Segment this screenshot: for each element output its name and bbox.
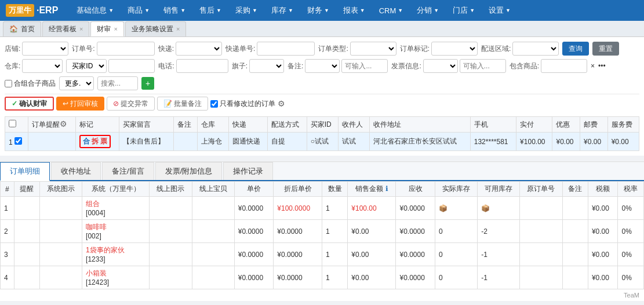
detail-col-discount-price: 折后单价	[274, 182, 322, 197]
combine-sub-products[interactable]: 合组合子商品	[5, 79, 56, 89]
nav-finance[interactable]: 财务▼	[300, 0, 336, 21]
nav-basics[interactable]: 基础信息▼	[70, 0, 121, 21]
invoice-input[interactable]	[460, 59, 506, 73]
home-icon: 🏠	[9, 25, 18, 33]
tab-finance-review[interactable]: 财审 ×	[90, 21, 123, 36]
detail-row-tax: ¥0.00	[588, 243, 618, 266]
detail-row-discount-price: ¥0.0000	[274, 266, 322, 289]
nav-purchase[interactable]: 采购▼	[228, 0, 264, 21]
product-code: [002]	[86, 232, 101, 240]
confirm-review-label: 确认财审	[19, 99, 47, 109]
product-name-link[interactable]: 咖啡啡	[86, 223, 107, 231]
tab-finance-review-label: 财审	[97, 24, 111, 34]
submit-exception-button[interactable]: ⊘ 提交异常	[107, 97, 155, 111]
flag-select[interactable]	[249, 59, 284, 73]
product-name-link[interactable]: 1袋事的家伙	[86, 246, 125, 254]
express-select[interactable]	[176, 42, 222, 56]
nav-aftersale[interactable]: 售后▼	[192, 0, 228, 21]
order-type-select[interactable]	[350, 42, 396, 56]
detail-row-sales: ¥0.00	[348, 266, 396, 289]
tab-order-detail[interactable]: 订单明细	[0, 162, 50, 181]
express-no-input[interactable]	[257, 42, 315, 56]
add-filter-button[interactable]: +	[141, 77, 154, 90]
query-button[interactable]: 查询	[562, 42, 589, 56]
filter-order-mark: 订单标记:	[400, 42, 478, 56]
product-code: [0004]	[86, 209, 105, 217]
return-review-button[interactable]: ↩ 打回审核	[56, 97, 104, 111]
tab-dashboard-close[interactable]: ×	[79, 25, 83, 32]
order-no-input[interactable]	[97, 42, 155, 56]
detail-row-sys-icon	[39, 197, 82, 220]
product-name-link[interactable]: 组合	[86, 200, 100, 208]
invoice-type-select[interactable]	[423, 59, 458, 73]
note-input[interactable]	[341, 59, 388, 73]
col-gear-icon[interactable]: ⚙	[60, 119, 67, 128]
show-modified-orders[interactable]: 只看修改过的订单	[210, 99, 275, 109]
detail-row-usable-stock: -1	[478, 243, 520, 266]
tab-home[interactable]: 🏠 首页	[3, 21, 41, 36]
settings-gear-icon[interactable]: ⚙	[278, 99, 285, 108]
row-receiver: 试试	[338, 133, 369, 151]
filter-note: 备注:	[288, 59, 388, 73]
shop-select[interactable]	[22, 42, 68, 56]
tab-dashboard[interactable]: 经营看板 ×	[42, 21, 89, 36]
detail-row-discount-price: ¥0.0000	[274, 243, 322, 266]
detail-row-tax: ¥0.00	[588, 197, 618, 220]
combine-sub-checkbox[interactable]	[5, 80, 12, 87]
tab-strategy-close[interactable]: ×	[176, 25, 180, 32]
tab-operation-log[interactable]: 操作记录	[223, 162, 273, 180]
filter-row-2: 仓库: 买家ID 电话: 旗子: 备注: 发票信息: 包含商品:	[5, 59, 639, 90]
batch-note-button[interactable]: 📝 批量备注	[157, 97, 208, 111]
col-address: 收件地址	[370, 117, 471, 133]
row-checkbox[interactable]	[14, 137, 22, 145]
detail-row-sys-icon	[39, 266, 82, 289]
detail-row-sys-name: 组合 [0004]	[82, 197, 150, 220]
delivery-area-select[interactable]	[512, 42, 559, 56]
tab-strategy[interactable]: 业务策略设置 ×	[125, 21, 186, 36]
tab-finance-review-close[interactable]: ×	[114, 25, 117, 32]
nav-sales[interactable]: 销售▼	[157, 0, 192, 21]
tab-address[interactable]: 收件地址	[51, 162, 101, 180]
buyer-id-input[interactable]	[108, 59, 155, 73]
confirm-review-button[interactable]: ✓ 确认财审	[5, 97, 54, 111]
nav-crm[interactable]: CRM▼	[372, 0, 410, 21]
exception-icon: ⊘	[113, 100, 119, 108]
warehouse-label: 仓库:	[5, 61, 20, 71]
nav-report[interactable]: 报表▼	[336, 0, 372, 21]
action-bar: ✓ 确认财审 ↩ 打回审核 ⊘ 提交异常 📝 批量备注 只看修改过的订单 ⚙	[5, 94, 639, 113]
modified-orders-checkbox[interactable]	[210, 100, 218, 108]
tab-bar: 🏠 首页 经营看板 × 财审 × 业务策略设置 ×	[0, 21, 644, 37]
nav-goods[interactable]: 商品▼	[121, 0, 157, 21]
nav-distribution[interactable]: 分销▼	[410, 0, 446, 21]
note-icon: 📝	[163, 100, 172, 108]
detail-row-actual-stock: 0	[435, 243, 478, 266]
detail-col-usable-stock: 可用库存	[478, 182, 520, 197]
detail-row-tax-rate: 0%	[618, 197, 644, 220]
shop-label: 店铺:	[5, 44, 20, 54]
extra-filter-input[interactable]	[97, 76, 138, 90]
detail-row-tax-rate: 0%	[618, 220, 644, 243]
product-input[interactable]	[541, 59, 587, 73]
reset-button[interactable]: 重置	[592, 42, 619, 56]
buyer-id-select[interactable]: 买家ID	[66, 59, 107, 73]
more-select[interactable]: 更多...	[59, 76, 94, 90]
phone-input[interactable]	[176, 59, 228, 73]
tab-invoice[interactable]: 发票/附加信息	[155, 162, 223, 180]
note-type-select[interactable]	[305, 59, 340, 73]
col-mark: 标记	[75, 117, 119, 133]
nav-inventory[interactable]: 库存▼	[264, 0, 300, 21]
detail-row-remind	[14, 266, 39, 289]
product-search-x[interactable]: ×	[591, 62, 595, 70]
warehouse-select[interactable]	[22, 59, 63, 73]
col-checkbox[interactable]	[5, 117, 28, 133]
order-mark-select[interactable]	[431, 42, 478, 56]
detail-row: 1 组合 [0004] ¥0.0000 ¥100.0000 1 ¥100.00 …	[1, 197, 644, 220]
nav-store[interactable]: 门店▼	[446, 0, 482, 21]
flag-label: 旗子:	[232, 61, 248, 71]
product-name-link[interactable]: 小箱装	[86, 269, 107, 277]
nav-settings[interactable]: 设置▼	[482, 0, 518, 21]
tab-notes[interactable]: 备注/留言	[102, 162, 154, 180]
select-all-checkbox[interactable]	[9, 120, 16, 127]
checkmark-icon: ✓	[12, 100, 17, 108]
row-service-fee: ¥0.00	[607, 133, 639, 151]
